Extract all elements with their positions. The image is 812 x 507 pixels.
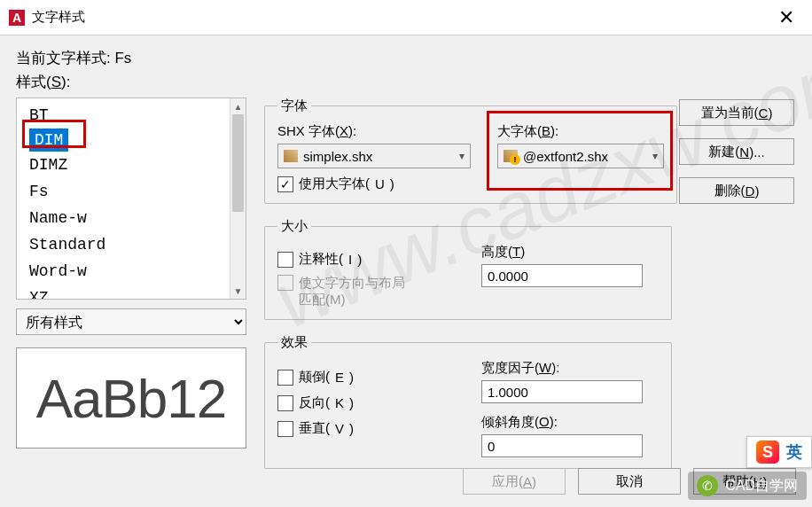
scroll-up-icon[interactable]: ▲ — [230, 98, 246, 114]
checkbox-icon — [277, 395, 293, 411]
apply-button[interactable]: 应用(A) — [463, 468, 566, 495]
backwards-checkbox[interactable]: 反向(K) — [277, 394, 455, 411]
oblique-angle-input[interactable] — [481, 434, 643, 457]
match-orientation-checkbox: 使文字方向与布局 匹配(M) — [277, 275, 455, 308]
right-column: 置为当前(C) 新建(N)... 删除(D) 字体 SHX 字体(X): — [264, 98, 796, 483]
list-item[interactable]: XZ — [17, 285, 230, 300]
side-button-column: 置为当前(C) 新建(N)... 删除(D) — [679, 99, 794, 204]
size-group: 大小 注释性(I) 使文字方向与布局 匹配(M) — [264, 218, 672, 320]
left-column: BT DIM DIMZ Fs Name-w Standard Word-w XZ… — [16, 98, 246, 483]
list-item[interactable]: DIM — [29, 129, 68, 152]
ime-language-label: 英 — [786, 441, 802, 463]
sogou-icon: S — [756, 441, 779, 464]
titlebar: A 文字样式 ✕ — [0, 0, 812, 35]
width-factor-input[interactable] — [481, 380, 643, 403]
styles-label: 样式(S): — [16, 72, 796, 92]
current-style-label: 当前文字样式: Fs — [16, 48, 796, 68]
effects-legend: 效果 — [277, 334, 311, 351]
bigfont-combo[interactable]: @extfont2.shx ▾ — [497, 144, 664, 168]
scrollbar[interactable]: ▲ ▼ — [230, 98, 246, 299]
shx-font-combo[interactable]: simplex.shx ▾ — [277, 144, 471, 168]
vertical-checkbox[interactable]: 垂直(V) — [277, 420, 455, 437]
wechat-attribution: ✆ CAD自学网 — [688, 472, 807, 500]
list-item[interactable]: DIMZ — [17, 152, 230, 178]
list-item[interactable]: Standard — [17, 231, 230, 258]
style-filter-select[interactable]: 所有样式 — [16, 308, 246, 335]
list-item[interactable]: BT — [17, 102, 230, 129]
checkbox-icon — [277, 275, 293, 291]
checkbox-icon — [277, 176, 293, 192]
annotative-checkbox[interactable]: 注释性(I) — [277, 251, 455, 268]
height-input[interactable] — [481, 264, 643, 287]
cancel-button[interactable]: 取消 — [578, 468, 681, 495]
font-icon — [284, 150, 298, 162]
font-legend: 字体 — [277, 98, 311, 114]
oblique-angle-label: 倾斜角度(O): — [481, 414, 659, 431]
height-label: 高度(T) — [481, 244, 659, 261]
bigfont-label: 大字体(B): — [497, 123, 664, 140]
effects-group: 效果 颠倒(E) 反向(K) 垂直(V) — [264, 334, 672, 469]
size-legend: 大小 — [277, 218, 311, 235]
chevron-down-icon: ▾ — [652, 150, 658, 162]
list-item[interactable]: Word-w — [17, 258, 230, 285]
close-icon[interactable]: ✕ — [769, 4, 803, 31]
scroll-down-icon[interactable]: ▼ — [230, 283, 246, 299]
chevron-down-icon: ▾ — [459, 150, 465, 162]
wechat-icon: ✆ — [697, 475, 718, 496]
width-factor-label: 宽度因子(W): — [481, 360, 659, 377]
list-item[interactable]: Fs — [17, 178, 230, 205]
app-icon: A — [9, 10, 25, 26]
checkbox-icon — [277, 370, 293, 386]
set-current-button[interactable]: 置为当前(C) — [679, 99, 794, 126]
dialog-body: 当前文字样式: Fs 样式(S): BT DIM DIMZ Fs Name-w … — [0, 35, 812, 505]
scroll-thumb[interactable] — [232, 114, 244, 212]
style-listbox[interactable]: BT DIM DIMZ Fs Name-w Standard Word-w XZ… — [16, 98, 246, 300]
shx-font-label: SHX 字体(X): — [277, 123, 471, 140]
new-button[interactable]: 新建(N)... — [679, 138, 794, 165]
checkbox-icon — [277, 252, 293, 268]
delete-button[interactable]: 删除(D) — [679, 177, 794, 204]
use-bigfont-checkbox[interactable]: 使用大字体(U) — [277, 176, 471, 192]
checkbox-icon — [277, 421, 293, 437]
window-title: 文字样式 — [32, 9, 85, 26]
list-item[interactable]: Name-w — [17, 205, 230, 231]
preview-box: AaBb12 — [16, 347, 246, 448]
font-warning-icon — [504, 150, 518, 162]
font-group: 字体 SHX 字体(X): simplex.shx ▾ 使 — [264, 98, 677, 204]
upside-down-checkbox[interactable]: 颠倒(E) — [277, 369, 455, 386]
ime-badge[interactable]: S 英 — [746, 436, 812, 468]
